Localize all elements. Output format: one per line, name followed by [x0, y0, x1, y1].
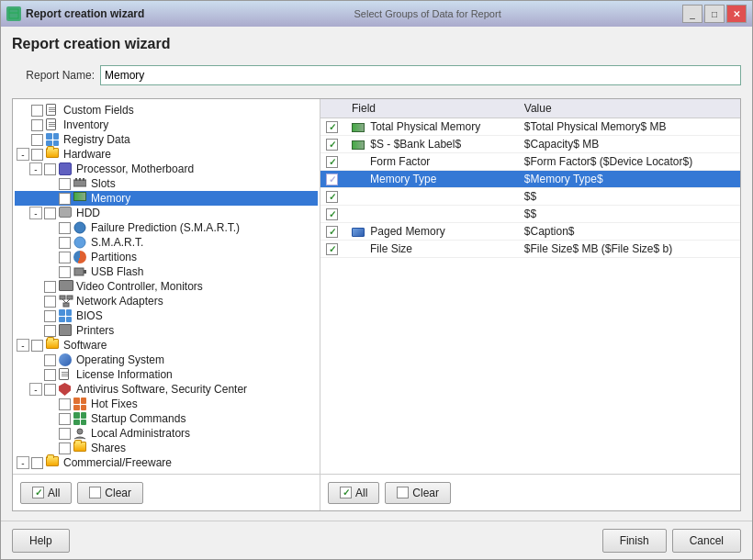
- expander-hdd[interactable]: -: [29, 207, 42, 219]
- tree-node-video[interactable]: Video Controller, Monitors: [15, 279, 318, 294]
- row-field-1: Total Physical Memory: [370, 120, 480, 133]
- finish-button[interactable]: Finish: [602, 529, 667, 553]
- tree-node-shares[interactable]: Shares: [15, 441, 318, 455]
- tree-node-license[interactable]: License Information: [15, 367, 318, 382]
- close-button[interactable]: ✕: [726, 5, 747, 23]
- right-clear-button[interactable]: Clear: [385, 482, 451, 504]
- left-all-button[interactable]: ✓ All: [20, 482, 72, 504]
- tree-node-hdd[interactable]: - HDD: [15, 206, 318, 220]
- tree-node-slots[interactable]: Slots: [15, 176, 318, 191]
- icon-antivirus: [59, 383, 73, 396]
- checkbox-network[interactable]: [44, 296, 56, 308]
- row-checkbox-5[interactable]: ✓: [326, 191, 338, 203]
- tree-node-commercial[interactable]: - Commercial/Freeware: [15, 455, 318, 470]
- checkbox-memory[interactable]: [59, 193, 71, 205]
- checkbox-proc[interactable]: [44, 163, 56, 175]
- row-checkbox-3[interactable]: ✓: [326, 156, 338, 168]
- svg-rect-0: [9, 9, 18, 18]
- checkbox-inventory[interactable]: [31, 119, 43, 131]
- checkbox-os[interactable]: [44, 354, 56, 366]
- checkbox-custom-fields[interactable]: [31, 105, 43, 117]
- svg-line-14: [66, 299, 70, 303]
- label-smart: S.M.A.R.T.: [91, 236, 143, 249]
- checkbox-bios[interactable]: [44, 310, 56, 322]
- icon-printers: [59, 324, 73, 337]
- checkbox-printers[interactable]: [44, 325, 56, 337]
- row-field-2: $S - $Bank Label$: [370, 138, 461, 151]
- checkbox-localadmin[interactable]: [59, 428, 71, 440]
- expander-hardware[interactable]: -: [17, 148, 29, 161]
- help-button[interactable]: Help: [12, 529, 70, 553]
- tree-node-partitions[interactable]: Partitions: [15, 250, 318, 264]
- row-checkbox-1[interactable]: ✓: [326, 121, 338, 133]
- tree-node-proc[interactable]: - Processor, Motherboard: [15, 162, 318, 176]
- icon-commercial: [46, 456, 61, 469]
- checkbox-commercial[interactable]: [31, 457, 43, 469]
- icon-slots: [73, 177, 88, 190]
- checkbox-slots[interactable]: [59, 178, 71, 190]
- checkbox-hardware[interactable]: [31, 149, 43, 161]
- tree-node-antivirus[interactable]: - Antivirus Software, Security Center: [15, 382, 318, 397]
- row-checkbox-7[interactable]: ✓: [326, 226, 338, 238]
- row-checkbox-4[interactable]: ✓: [326, 174, 338, 185]
- checkbox-shares[interactable]: [59, 442, 71, 454]
- tree-node-localadmin[interactable]: Local Administrators: [15, 426, 318, 441]
- tree-node-failure[interactable]: Failure Prediction (S.M.A.R.T.): [15, 220, 318, 235]
- tree-node-usb[interactable]: USB Flash: [15, 264, 318, 279]
- checkbox-antivirus[interactable]: [44, 384, 56, 396]
- tree-node-network[interactable]: Network Adapters: [15, 294, 318, 308]
- tree-node-startup[interactable]: Startup Commands: [15, 411, 318, 426]
- checkbox-usb[interactable]: [59, 266, 71, 278]
- expander-bios: [29, 309, 42, 322]
- row-checkbox-cell: ✓: [320, 223, 346, 241]
- expander-software[interactable]: -: [17, 339, 29, 352]
- expander-antivirus[interactable]: -: [29, 383, 42, 396]
- right-all-button[interactable]: ✓ All: [328, 482, 379, 504]
- checkbox-software[interactable]: [31, 340, 43, 352]
- checkbox-hdd[interactable]: [44, 207, 56, 219]
- svg-point-7: [74, 237, 85, 248]
- report-name-input[interactable]: [100, 65, 741, 85]
- checkbox-partitions[interactable]: [59, 252, 71, 263]
- checkbox-registry[interactable]: [31, 134, 43, 146]
- row-field-8: File Size: [370, 242, 412, 255]
- tree-node-software[interactable]: - Software: [15, 338, 318, 353]
- row-checkbox-cell: ✓: [320, 136, 346, 153]
- checkbox-startup[interactable]: [59, 413, 71, 425]
- tree-node-custom-fields[interactable]: Custom Fields: [15, 103, 318, 118]
- tree-node-printers[interactable]: Printers: [15, 323, 318, 338]
- checkbox-video[interactable]: [44, 281, 56, 293]
- tree-node-smart[interactable]: S.M.A.R.T.: [15, 235, 318, 250]
- icon-smart: [73, 236, 88, 249]
- checkbox-hotfixes[interactable]: [59, 398, 71, 410]
- table-row: ✓ $$: [320, 188, 740, 206]
- tree-node-inventory[interactable]: Inventory: [15, 118, 318, 132]
- tree-node-registry[interactable]: Registry Data: [15, 132, 318, 147]
- tree-node-os[interactable]: Operating System: [15, 353, 318, 367]
- tree-node-hotfixes[interactable]: Hot Fixes: [15, 397, 318, 411]
- label-hdd: HDD: [76, 207, 100, 219]
- minimize-button[interactable]: _: [682, 5, 702, 23]
- checkbox-license[interactable]: [44, 369, 56, 381]
- checkbox-failure[interactable]: [59, 222, 71, 234]
- icon-os: [59, 353, 73, 366]
- row-checkbox-2[interactable]: ✓: [326, 139, 338, 151]
- label-commercial: Commercial/Freeware: [63, 456, 172, 469]
- row-field-3: Form Factor: [370, 155, 430, 168]
- left-clear-button[interactable]: Clear: [77, 482, 143, 504]
- tree-node-bios[interactable]: BIOS: [15, 308, 318, 323]
- expander-commercial[interactable]: -: [17, 456, 29, 469]
- row-checkbox-8[interactable]: ✓: [326, 243, 338, 255]
- checkbox-smart[interactable]: [59, 237, 71, 249]
- tree-node-hardware[interactable]: - Hardware: [15, 147, 318, 162]
- row-checkbox-6[interactable]: ✓: [326, 208, 338, 220]
- icon-software: [46, 339, 61, 352]
- expander-proc[interactable]: -: [29, 162, 42, 175]
- footer-right-buttons: Finish Cancel: [602, 529, 741, 553]
- maximize-button[interactable]: □: [704, 5, 725, 23]
- row-icon-7: [352, 228, 365, 237]
- label-printers: Printers: [76, 324, 114, 337]
- tree-node-memory[interactable]: Memory: [15, 191, 318, 206]
- label-antivirus: Antivirus Software, Security Center: [76, 383, 247, 396]
- cancel-button[interactable]: Cancel: [672, 529, 741, 553]
